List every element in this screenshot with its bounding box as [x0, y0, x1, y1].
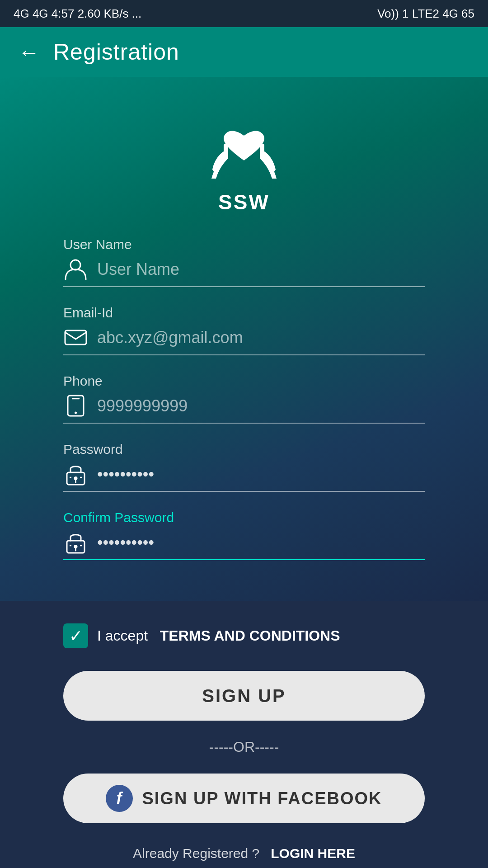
- password-field: Password: [63, 442, 425, 492]
- password-row: [63, 462, 425, 492]
- username-field: User Name: [63, 237, 425, 287]
- username-input[interactable]: [97, 260, 425, 279]
- svg-rect-1: [65, 330, 86, 344]
- terms-row: ✓ I accept TERMS AND CONDITIONS: [63, 623, 340, 648]
- confirm-password-row: [63, 530, 425, 560]
- confirm-password-input[interactable]: [97, 533, 425, 552]
- phone-row: [63, 393, 425, 424]
- form-container: User Name Email-Id Phone: [63, 237, 425, 578]
- email-icon: [63, 325, 88, 350]
- app-logo-icon: [203, 104, 285, 185]
- terms-link[interactable]: TERMS AND CONDITIONS: [160, 627, 340, 644]
- email-row: [63, 325, 425, 355]
- logo-text: SSW: [218, 190, 270, 214]
- hero-area: SSW User Name Email-Id: [0, 77, 488, 601]
- email-input[interactable]: [97, 328, 425, 347]
- user-icon: [63, 257, 88, 282]
- confirm-password-label: Confirm Password: [63, 510, 425, 525]
- login-prompt: Already Registered ? LOGIN HERE: [133, 846, 355, 861]
- facebook-icon: f: [106, 785, 133, 812]
- phone-icon: [63, 393, 88, 418]
- svg-point-2: [75, 412, 77, 414]
- or-divider: -----OR-----: [209, 739, 279, 755]
- email-label: Email-Id: [63, 305, 425, 321]
- app-bar: ← Registration: [0, 27, 488, 77]
- status-left-text: 4G 4G 4:57 2.60 KB/s ...: [14, 7, 141, 21]
- email-field: Email-Id: [63, 305, 425, 355]
- terms-text: I accept TERMS AND CONDITIONS: [97, 627, 340, 644]
- status-right: Vo)) 1 LTE2 4G 65: [377, 7, 474, 21]
- phone-input[interactable]: [97, 396, 425, 415]
- status-right-text: Vo)) 1 LTE2 4G 65: [377, 7, 474, 21]
- already-registered-text: Already Registered ?: [133, 846, 259, 861]
- phone-field: Phone: [63, 373, 425, 424]
- terms-accept-label: I accept: [97, 627, 148, 644]
- page-title: Registration: [53, 39, 179, 65]
- facebook-signup-button[interactable]: f SIGN UP WITH FACEBOOK: [63, 774, 425, 823]
- checkmark-icon: ✓: [69, 627, 83, 646]
- signup-button[interactable]: SIGN UP: [63, 671, 425, 721]
- login-here-link[interactable]: LOGIN HERE: [271, 846, 355, 861]
- status-bar: 4G 4G 4:57 2.60 KB/s ... Vo)) 1 LTE2 4G …: [0, 0, 488, 27]
- password-input[interactable]: [97, 465, 425, 484]
- terms-checkbox[interactable]: ✓: [63, 623, 88, 648]
- username-row: [63, 257, 425, 287]
- status-left: 4G 4G 4:57 2.60 KB/s ...: [14, 7, 141, 21]
- password-label: Password: [63, 442, 425, 457]
- back-button[interactable]: ←: [18, 40, 40, 65]
- phone-label: Phone: [63, 373, 425, 389]
- password-icon: [63, 462, 88, 486]
- bottom-area: ✓ I accept TERMS AND CONDITIONS SIGN UP …: [0, 601, 488, 868]
- confirm-password-icon: [63, 530, 88, 555]
- username-label: User Name: [63, 237, 425, 252]
- confirm-password-field: Confirm Password: [63, 510, 425, 560]
- svg-point-0: [70, 260, 80, 270]
- logo-container: SSW: [203, 104, 285, 214]
- facebook-button-label: SIGN UP WITH FACEBOOK: [142, 789, 382, 808]
